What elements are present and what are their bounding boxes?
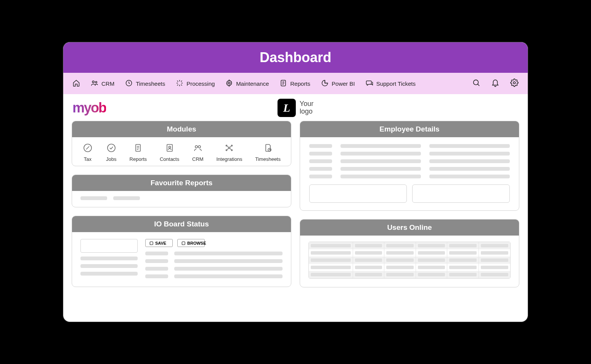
users-online-header: Users Online bbox=[300, 220, 519, 236]
file-clock-icon bbox=[263, 143, 273, 153]
placeholder bbox=[309, 152, 332, 156]
employee-card: Employee Details bbox=[300, 121, 519, 211]
network-icon bbox=[224, 143, 234, 153]
module-crm[interactable]: CRM bbox=[192, 143, 204, 162]
module-reports[interactable]: Reports bbox=[130, 143, 147, 162]
chat-icon bbox=[366, 79, 373, 88]
gear-icon bbox=[225, 79, 233, 88]
nav-reports-label: Reports bbox=[290, 80, 310, 87]
placeholder bbox=[309, 144, 332, 148]
people-icon bbox=[193, 143, 203, 153]
placeholder bbox=[145, 274, 168, 278]
placeholder-box bbox=[80, 239, 138, 253]
svg-point-0 bbox=[92, 81, 94, 83]
nav-powerbi[interactable]: Power BI bbox=[321, 79, 355, 88]
table-row bbox=[309, 257, 510, 264]
modules-header: Modules bbox=[72, 121, 291, 137]
placeholder-box bbox=[309, 184, 407, 203]
nav-processing[interactable]: Processing bbox=[176, 79, 215, 88]
document-icon bbox=[279, 79, 287, 88]
placeholder bbox=[429, 167, 510, 171]
table-row bbox=[309, 271, 510, 278]
settings-button[interactable] bbox=[510, 79, 519, 88]
module-tax[interactable]: Tax bbox=[82, 143, 93, 162]
notifications-button[interactable] bbox=[491, 79, 499, 88]
search-icon bbox=[472, 79, 480, 88]
percent-icon bbox=[82, 143, 93, 153]
placeholder bbox=[340, 167, 421, 171]
file-icon bbox=[133, 143, 143, 153]
svg-point-3 bbox=[228, 82, 230, 84]
clock-icon bbox=[125, 79, 133, 88]
users-online-card: Users Online bbox=[300, 219, 519, 287]
placeholder bbox=[113, 196, 140, 200]
table-row bbox=[309, 242, 510, 249]
svg-point-13 bbox=[198, 146, 201, 148]
nav-timesheets-label: Timesheets bbox=[136, 80, 165, 87]
nav-home[interactable] bbox=[72, 79, 80, 88]
search-button[interactable] bbox=[472, 79, 480, 88]
navbar: CRM Timesheets Processing Maintenance Re… bbox=[63, 73, 528, 94]
module-integrations[interactable]: Integrations bbox=[217, 143, 243, 162]
spinner-icon bbox=[176, 79, 183, 88]
save-button[interactable]: ▢SAVE bbox=[145, 239, 173, 247]
bell-icon bbox=[491, 79, 499, 88]
placeholder bbox=[309, 159, 332, 163]
placeholder bbox=[340, 159, 421, 163]
logo-text: Your logo bbox=[300, 100, 313, 115]
app-window: Dashboard CRM Timesheets Processing Main… bbox=[63, 42, 528, 322]
placeholder bbox=[145, 259, 168, 263]
table-row bbox=[309, 264, 510, 271]
people-icon bbox=[91, 79, 98, 88]
module-jobs[interactable]: Jobs bbox=[106, 143, 117, 162]
io-board-card: IO Board Status ▢SAVE ▢BROWSE bbox=[72, 216, 291, 287]
modules-card: Modules Tax Jobs Reports bbox=[72, 121, 291, 166]
placeholder bbox=[429, 175, 510, 178]
nav-crm-label: CRM bbox=[101, 80, 114, 87]
myob-logo: myob bbox=[72, 100, 106, 116]
placeholder bbox=[340, 175, 421, 178]
fav-reports-card: Favourite Reports bbox=[72, 175, 291, 207]
placeholder bbox=[309, 167, 332, 171]
titlebar: Dashboard bbox=[63, 42, 528, 73]
placeholder bbox=[174, 267, 283, 271]
nav-crm[interactable]: CRM bbox=[91, 79, 114, 88]
placeholder bbox=[429, 144, 510, 148]
nav-processing-label: Processing bbox=[186, 80, 215, 87]
home-icon bbox=[72, 79, 80, 88]
logo-mark: L bbox=[278, 99, 296, 117]
svg-point-6 bbox=[513, 82, 516, 84]
nav-reports[interactable]: Reports bbox=[279, 79, 310, 88]
nav-timesheets[interactable]: Timesheets bbox=[125, 79, 165, 88]
nav-tickets-label: Support Tickets bbox=[376, 80, 416, 87]
browse-icon: ▢ bbox=[181, 241, 185, 245]
placeholder bbox=[80, 272, 138, 276]
module-contacts[interactable]: Contacts bbox=[160, 143, 179, 162]
placeholder bbox=[340, 152, 421, 156]
page-title: Dashboard bbox=[260, 50, 331, 66]
placeholder bbox=[80, 196, 107, 200]
contacts-icon bbox=[164, 143, 175, 153]
svg-point-1 bbox=[95, 81, 97, 83]
module-timesheets[interactable]: Timesheets bbox=[255, 143, 281, 162]
placeholder bbox=[174, 274, 283, 278]
placeholder bbox=[174, 259, 283, 263]
nav-maintenance-label: Maintenance bbox=[236, 80, 269, 87]
placeholder-box bbox=[412, 184, 510, 203]
logo-row: myob L Your logo bbox=[63, 94, 528, 121]
placeholder bbox=[429, 159, 510, 163]
nav-tickets[interactable]: Support Tickets bbox=[366, 79, 416, 88]
svg-point-11 bbox=[169, 146, 170, 148]
nav-maintenance[interactable]: Maintenance bbox=[225, 79, 269, 88]
gear-icon bbox=[510, 79, 519, 88]
company-logo: L Your logo bbox=[278, 99, 313, 117]
piechart-icon bbox=[321, 79, 329, 88]
placeholder bbox=[145, 252, 168, 255]
nav-powerbi-label: Power BI bbox=[332, 80, 355, 87]
check-circle-icon bbox=[106, 143, 117, 153]
placeholder bbox=[174, 252, 283, 255]
placeholder bbox=[145, 267, 168, 271]
svg-point-5 bbox=[474, 80, 479, 85]
browse-button[interactable]: ▢BROWSE bbox=[177, 239, 205, 247]
io-board-header: IO Board Status bbox=[72, 216, 291, 232]
